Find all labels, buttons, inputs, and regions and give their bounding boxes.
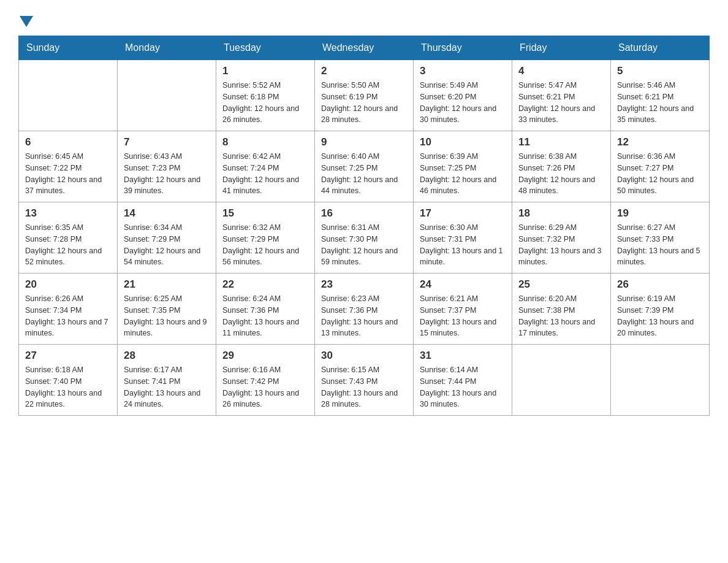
day-number: 29 [222,350,308,362]
day-info: Sunrise: 6:35 AM Sunset: 7:28 PM Dayligh… [25,222,111,268]
calendar-cell: 2Sunrise: 5:50 AM Sunset: 6:19 PM Daylig… [315,60,414,131]
calendar-cell: 10Sunrise: 6:39 AM Sunset: 7:25 PM Dayli… [414,131,512,202]
calendar-header-saturday: Saturday [611,36,710,60]
day-info: Sunrise: 6:45 AM Sunset: 7:22 PM Dayligh… [25,151,111,197]
calendar-body: 1Sunrise: 5:52 AM Sunset: 6:18 PM Daylig… [19,60,710,416]
calendar-cell [118,60,216,131]
calendar-cell: 22Sunrise: 6:24 AM Sunset: 7:36 PM Dayli… [216,274,315,345]
calendar-cell: 4Sunrise: 5:47 AM Sunset: 6:21 PM Daylig… [512,60,611,131]
calendar-cell: 25Sunrise: 6:20 AM Sunset: 7:38 PM Dayli… [512,274,611,345]
day-info: Sunrise: 6:27 AM Sunset: 7:33 PM Dayligh… [617,222,703,268]
day-number: 9 [321,136,407,148]
calendar-header-monday: Monday [118,36,216,60]
calendar-header-thursday: Thursday [414,36,512,60]
calendar-cell: 30Sunrise: 6:15 AM Sunset: 7:43 PM Dayli… [315,345,414,416]
day-info: Sunrise: 6:43 AM Sunset: 7:23 PM Dayligh… [124,151,210,197]
logo [18,12,33,29]
calendar-cell: 13Sunrise: 6:35 AM Sunset: 7:28 PM Dayli… [19,202,118,274]
day-number: 5 [617,65,703,77]
day-number: 13 [25,207,111,220]
day-number: 2 [321,65,407,77]
day-number: 8 [222,136,308,148]
calendar-week-row: 20Sunrise: 6:26 AM Sunset: 7:34 PM Dayli… [19,274,710,345]
day-number: 28 [124,350,210,362]
day-number: 20 [25,278,111,291]
day-info: Sunrise: 6:32 AM Sunset: 7:29 PM Dayligh… [222,222,308,268]
day-info: Sunrise: 5:46 AM Sunset: 6:21 PM Dayligh… [617,80,703,126]
calendar-table: SundayMondayTuesdayWednesdayThursdayFrid… [18,36,710,416]
day-number: 19 [617,207,703,220]
day-number: 27 [25,350,111,362]
calendar-cell [512,345,611,416]
day-number: 14 [124,207,210,220]
calendar-cell: 15Sunrise: 6:32 AM Sunset: 7:29 PM Dayli… [216,202,315,274]
calendar-cell: 21Sunrise: 6:25 AM Sunset: 7:35 PM Dayli… [118,274,216,345]
day-info: Sunrise: 6:30 AM Sunset: 7:31 PM Dayligh… [420,222,506,268]
day-info: Sunrise: 6:20 AM Sunset: 7:38 PM Dayligh… [518,293,604,339]
day-info: Sunrise: 5:50 AM Sunset: 6:19 PM Dayligh… [321,80,407,126]
calendar-week-row: 6Sunrise: 6:45 AM Sunset: 7:22 PM Daylig… [19,131,710,202]
calendar-cell: 24Sunrise: 6:21 AM Sunset: 7:37 PM Dayli… [414,274,512,345]
logo-arrow-icon [20,16,33,27]
day-info: Sunrise: 5:52 AM Sunset: 6:18 PM Dayligh… [222,80,308,126]
calendar-header-tuesday: Tuesday [216,36,315,60]
calendar-header-wednesday: Wednesday [315,36,414,60]
day-number: 16 [321,207,407,220]
day-info: Sunrise: 6:24 AM Sunset: 7:36 PM Dayligh… [222,293,308,339]
day-number: 15 [222,207,308,220]
calendar-cell: 29Sunrise: 6:16 AM Sunset: 7:42 PM Dayli… [216,345,315,416]
day-info: Sunrise: 6:39 AM Sunset: 7:25 PM Dayligh… [420,151,506,197]
calendar-cell: 11Sunrise: 6:38 AM Sunset: 7:26 PM Dayli… [512,131,611,202]
day-number: 31 [420,350,506,362]
day-info: Sunrise: 6:29 AM Sunset: 7:32 PM Dayligh… [518,222,604,268]
calendar-cell: 8Sunrise: 6:42 AM Sunset: 7:24 PM Daylig… [216,131,315,202]
day-info: Sunrise: 6:15 AM Sunset: 7:43 PM Dayligh… [321,364,407,410]
day-number: 12 [617,136,703,148]
day-info: Sunrise: 6:19 AM Sunset: 7:39 PM Dayligh… [617,293,703,339]
day-number: 30 [321,350,407,362]
calendar-week-row: 1Sunrise: 5:52 AM Sunset: 6:18 PM Daylig… [19,60,710,131]
day-info: Sunrise: 6:23 AM Sunset: 7:36 PM Dayligh… [321,293,407,339]
day-info: Sunrise: 6:18 AM Sunset: 7:40 PM Dayligh… [25,364,111,410]
day-info: Sunrise: 6:42 AM Sunset: 7:24 PM Dayligh… [222,151,308,197]
calendar-header-friday: Friday [512,36,611,60]
calendar-cell: 9Sunrise: 6:40 AM Sunset: 7:25 PM Daylig… [315,131,414,202]
calendar-cell: 27Sunrise: 6:18 AM Sunset: 7:40 PM Dayli… [19,345,118,416]
day-number: 18 [518,207,604,220]
day-number: 6 [25,136,111,148]
day-info: Sunrise: 6:31 AM Sunset: 7:30 PM Dayligh… [321,222,407,268]
calendar-cell [611,345,710,416]
day-info: Sunrise: 6:40 AM Sunset: 7:25 PM Dayligh… [321,151,407,197]
calendar-cell [19,60,118,131]
day-info: Sunrise: 6:36 AM Sunset: 7:27 PM Dayligh… [617,151,703,197]
calendar-cell: 16Sunrise: 6:31 AM Sunset: 7:30 PM Dayli… [315,202,414,274]
day-info: Sunrise: 6:14 AM Sunset: 7:44 PM Dayligh… [420,364,506,410]
svg-marker-0 [20,16,33,27]
day-info: Sunrise: 6:16 AM Sunset: 7:42 PM Dayligh… [222,364,308,410]
day-info: Sunrise: 6:17 AM Sunset: 7:41 PM Dayligh… [124,364,210,410]
day-info: Sunrise: 6:26 AM Sunset: 7:34 PM Dayligh… [25,293,111,339]
calendar-cell: 26Sunrise: 6:19 AM Sunset: 7:39 PM Dayli… [611,274,710,345]
day-number: 24 [420,278,506,291]
calendar-cell: 20Sunrise: 6:26 AM Sunset: 7:34 PM Dayli… [19,274,118,345]
day-number: 7 [124,136,210,148]
day-number: 11 [518,136,604,148]
day-info: Sunrise: 5:49 AM Sunset: 6:20 PM Dayligh… [420,80,506,126]
calendar-week-row: 27Sunrise: 6:18 AM Sunset: 7:40 PM Dayli… [19,345,710,416]
calendar-cell: 31Sunrise: 6:14 AM Sunset: 7:44 PM Dayli… [414,345,512,416]
day-number: 3 [420,65,506,77]
calendar-week-row: 13Sunrise: 6:35 AM Sunset: 7:28 PM Dayli… [19,202,710,274]
day-info: Sunrise: 6:38 AM Sunset: 7:26 PM Dayligh… [518,151,604,197]
day-info: Sunrise: 5:47 AM Sunset: 6:21 PM Dayligh… [518,80,604,126]
day-info: Sunrise: 6:34 AM Sunset: 7:29 PM Dayligh… [124,222,210,268]
calendar-cell: 7Sunrise: 6:43 AM Sunset: 7:23 PM Daylig… [118,131,216,202]
calendar-cell: 3Sunrise: 5:49 AM Sunset: 6:20 PM Daylig… [414,60,512,131]
day-number: 17 [420,207,506,220]
calendar-cell: 14Sunrise: 6:34 AM Sunset: 7:29 PM Dayli… [118,202,216,274]
calendar-cell: 5Sunrise: 5:46 AM Sunset: 6:21 PM Daylig… [611,60,710,131]
page-header [18,12,710,29]
calendar-cell: 18Sunrise: 6:29 AM Sunset: 7:32 PM Dayli… [512,202,611,274]
day-number: 1 [222,65,308,77]
day-number: 4 [518,65,604,77]
day-number: 23 [321,278,407,291]
